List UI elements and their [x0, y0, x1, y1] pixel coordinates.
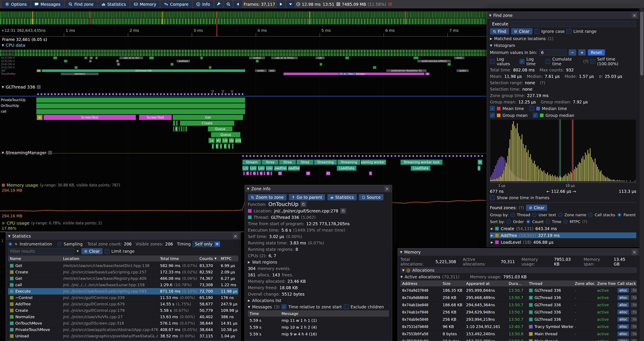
allocation-row[interactable]: 0x7531d7b04096 KB1:10 234,952,16112:40.7…	[400, 323, 637, 330]
message-marker[interactable]	[354, 155, 356, 157]
message-row[interactable]: 5.59 smip 10 w 2 h 2 (4)	[248, 324, 389, 330]
free-callstack-button[interactable]: free	[631, 295, 637, 300]
cpu-zone-segment[interactable]: e	[89, 60, 92, 63]
message-marker[interactable]	[222, 93, 223, 95]
message-marker[interactable]	[228, 93, 230, 95]
message-row[interactable]: 5.59 smip 9 w 4 h 4 (16)	[248, 331, 389, 337]
cpu-zone-segment[interactable]	[209, 66, 212, 69]
allocation-row[interactable]: 0x74ab1ef040256 KB294,629,948ns13:50.7GL…	[400, 309, 637, 315]
timeline-zone[interactable]: ScreenText	[44, 115, 136, 120]
timeline-zone[interactable]: LoU	[250, 165, 257, 171]
column-header-appeared-at[interactable]: Appeared at	[464, 281, 507, 286]
message-marker[interactable]	[78, 93, 80, 95]
timeline-zone[interactable]: U	[478, 165, 480, 171]
message-marker[interactable]	[362, 155, 363, 157]
timeline-zone[interactable]	[264, 171, 265, 175]
expand-icon[interactable]: ▶	[248, 299, 250, 302]
found-zone-group[interactable]: ▶LoadLevel(18)406.88 µs	[490, 239, 636, 245]
message-marker[interactable]	[416, 155, 418, 157]
cpu-plot-header[interactable]: CPU usage(y-range: 0.78%, visible data p…	[2, 220, 102, 226]
timing-dropdown[interactable]: Self only▼	[193, 241, 220, 247]
message-marker[interactable]	[150, 93, 151, 95]
collapsed-zone-marker[interactable]: ▽	[222, 90, 224, 93]
timeline-zone[interactable]	[173, 121, 175, 126]
timeline-zone[interactable]: C	[246, 171, 249, 175]
message-marker[interactable]	[344, 155, 345, 157]
timeline-zone[interactable]	[183, 126, 184, 132]
message-marker[interactable]	[438, 155, 440, 157]
message-marker[interactable]	[99, 93, 100, 95]
message-marker[interactable]	[366, 155, 367, 157]
timeline-zone[interactable]: Strea	[296, 160, 314, 165]
allocation-row[interactable]: 0x7553b9fa508 bytes153,492,240ns13:50.8M…	[400, 331, 637, 337]
message-marker[interactable]	[405, 155, 407, 157]
message-marker[interactable]	[398, 155, 400, 157]
collapse-icon[interactable]: ▼	[247, 187, 249, 190]
alloc-callstack-button[interactable]: alloc	[617, 295, 629, 300]
found-clear-button[interactable]: Clear	[526, 204, 548, 211]
cpu-zone-segment[interactable]	[53, 57, 57, 59]
cpu-zone-segment[interactable]: E	[117, 63, 120, 66]
find-zone-query-input[interactable]: Execute	[490, 21, 636, 27]
legend-checkbox-group-mean[interactable]: ✓	[490, 113, 495, 118]
found-zone-group[interactable]: ▶AddTree(18,542)227.19 ms	[490, 232, 636, 238]
timeline-zone[interactable]	[243, 171, 245, 175]
toolbar-button-statistics[interactable]: Statistics	[98, 1, 129, 8]
collapse-icon[interactable]: ▼	[402, 268, 404, 272]
cpu-zone-segment[interactable]	[200, 57, 203, 59]
cpu-zone-segment[interactable]: cds	[316, 57, 325, 59]
limit-range-checkbox[interactable]	[105, 249, 110, 254]
timeline-zone[interactable]	[36, 109, 245, 114]
main-scrollbar[interactable]	[639, 9, 644, 341]
timeline-zone[interactable]: Cl	[326, 171, 330, 175]
message-marker[interactable]	[232, 93, 233, 95]
message-marker[interactable]	[304, 155, 306, 157]
message-marker[interactable]	[214, 93, 216, 95]
message-marker[interactable]	[37, 93, 39, 95]
close-icon[interactable]: ×	[384, 186, 390, 191]
message-marker[interactable]	[424, 155, 425, 157]
timeline-zone[interactable]: Loi	[222, 138, 228, 143]
zone-info-titlebar[interactable]: ▼ Zone info ×	[245, 185, 392, 192]
timeline-zone[interactable]: Strea	[279, 160, 296, 165]
timeline-zone[interactable]: LoU	[266, 165, 273, 171]
message-marker[interactable]	[412, 155, 414, 157]
message-marker[interactable]	[449, 155, 450, 157]
column-header-message[interactable]: Message	[280, 311, 389, 316]
message-marker[interactable]	[340, 155, 342, 157]
column-header-total-time[interactable]: Total time	[158, 256, 198, 261]
column-header-location[interactable]: Location	[61, 256, 158, 261]
group-by-radio-thread[interactable]	[510, 213, 515, 217]
timeline-zone[interactable]: E	[175, 126, 178, 132]
memory-titlebar[interactable]: ▼ Memory ×	[398, 248, 639, 256]
zone-info-button-source[interactable]: Source	[359, 194, 384, 200]
message-marker[interactable]	[315, 155, 316, 157]
help-icon[interactable]: (?)	[582, 219, 587, 224]
message-marker[interactable]	[456, 155, 458, 157]
column-header-dura-[interactable]: Dura...	[507, 281, 527, 286]
timeline-zone[interactable]: LoadDaU	[288, 165, 300, 171]
timeline-zone[interactable]	[176, 121, 178, 126]
message-marker[interactable]	[264, 155, 266, 157]
message-marker[interactable]	[282, 155, 284, 157]
toolbar-button-info[interactable]: Info	[193, 1, 213, 8]
cpu-zone-segment[interactable]	[74, 66, 78, 69]
message-marker[interactable]	[184, 93, 186, 95]
message-marker[interactable]	[474, 155, 476, 157]
timeline-zone[interactable]: Up	[229, 138, 234, 143]
message-marker[interactable]	[225, 93, 226, 95]
message-marker[interactable]	[420, 155, 421, 157]
collapse-icon[interactable]: ▼	[2, 85, 4, 89]
timeline-zone[interactable]: LoUp	[235, 138, 241, 143]
cpu-zone-segment[interactable]	[448, 63, 451, 66]
cpu-data-section-header[interactable]: ▼CPU data	[2, 43, 25, 48]
column-header-mtpc[interactable]: MTPC	[219, 256, 238, 261]
alloc-callstack-button[interactable]: alloc	[617, 331, 629, 336]
streaming-section-header[interactable]: ▼StreamingManager	[2, 150, 52, 155]
wait-regions-toggle[interactable]: ▶Wait regions	[248, 259, 389, 265]
free-callstack-button[interactable]: free	[631, 324, 637, 329]
cpu-zone-segment[interactable]	[256, 60, 259, 63]
message-marker[interactable]	[82, 93, 83, 95]
timeline-zone[interactable]: Streaming	[337, 160, 360, 165]
message-marker[interactable]	[326, 155, 327, 157]
